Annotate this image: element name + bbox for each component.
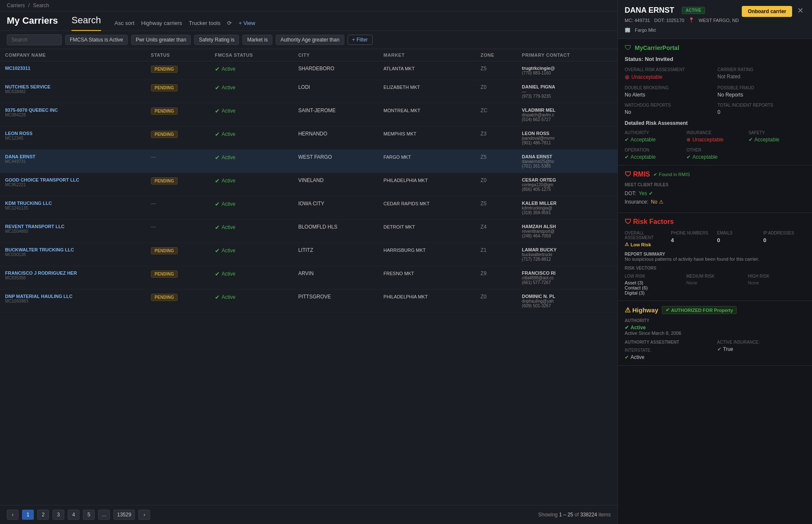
table-row[interactable]: KDM TRUCKING LLCMC1241135—✔ActiveIOWA CI… — [0, 196, 617, 220]
breadcrumb-search: Search — [33, 3, 49, 8]
status-badge: PENDING — [151, 177, 178, 185]
contact-phone: (319) 359-9591 — [522, 210, 612, 215]
hw-interstate-value: ✔ Active — [625, 354, 713, 360]
status-badge: PENDING — [151, 84, 178, 91]
rf-emails-value: 0 — [717, 237, 759, 243]
city-value: ARVIN — [298, 270, 313, 276]
pwr-filter-chip[interactable]: Pwr Units greater than — [131, 35, 191, 45]
low-risk-values: Asset (3)Contact (6)Digital (3) — [625, 280, 682, 295]
page-last-btn[interactable]: 13529 — [113, 510, 135, 520]
carrier-meta: MC: 449731 DOT: 1025170 📍 WEST FARGO, ND… — [625, 17, 742, 33]
page-range: 1 – 25 — [559, 512, 573, 518]
trucker-tools-btn[interactable]: Trucker tools — [189, 20, 221, 26]
search-input[interactable] — [7, 34, 62, 45]
cell-zone: Z5 — [475, 196, 517, 220]
cell-market: FRESNO MKT — [379, 266, 476, 290]
cell-fmcsa: ✔Active — [210, 173, 293, 196]
contact-phone: (901) 486-7811 — [522, 141, 612, 145]
authority-filter-chip[interactable]: Authority Age greater than — [276, 35, 344, 45]
mc-number: MC952221 — [5, 182, 141, 187]
medium-risk-label: MEDIUM RISK — [686, 274, 744, 279]
location-icon: 📍 — [689, 17, 694, 23]
table-row[interactable]: NUTCHIES SERVICEMC638482PENDING✔ActiveLO… — [0, 80, 617, 103]
cell-market: ATLANTA MKT — [379, 61, 476, 80]
carrier-mc: MC: 449731 — [625, 18, 650, 23]
carrier-rating-value: Not Rated — [718, 74, 806, 80]
breadcrumb-carriers[interactable]: Carriers — [7, 3, 25, 8]
rf-phones-item: PHONE NUMBERS 4 — [671, 231, 713, 247]
cell-contact: DANIEL PIGNA—(973) 779-9235 — [517, 80, 617, 103]
market-value: DETROIT MKT — [384, 224, 415, 229]
cell-market: FARGO MKT — [379, 150, 476, 173]
panel-header: DANA ERNST ACTIVE MC: 449731 DOT: 102517… — [618, 0, 812, 39]
market-value: FRESNO MKT — [384, 271, 414, 276]
risk-vectors-grid: LOW RISK Asset (3)Contact (6)Digital (3)… — [625, 274, 805, 295]
market-icon: 🏢 — [625, 27, 631, 33]
asc-sort-btn[interactable]: Asc sort — [115, 20, 134, 26]
cell-fmcsa: ✔Active — [210, 103, 293, 127]
page-2-btn[interactable]: 2 — [37, 510, 49, 520]
mc-number: MC449731 — [5, 159, 141, 164]
watchdog-item: WATCHDOG REPORTS No — [625, 103, 713, 115]
highway-carriers-btn[interactable]: Highway carriers — [141, 20, 182, 26]
next-page-btn[interactable]: › — [138, 510, 150, 520]
detailed-risk-section: Detailed Risk Assessment AUTHORITY ✔ Acc… — [625, 120, 805, 160]
page-4-btn[interactable]: 4 — [68, 510, 80, 520]
safety-filter-chip[interactable]: Safety Rating is — [194, 35, 239, 45]
contact-name: DANIEL PIGNA — [522, 84, 612, 89]
fmcsa-status: ✔Active — [215, 224, 288, 231]
cell-zone: Z1 — [475, 243, 517, 266]
status-badge: PENDING — [151, 270, 178, 278]
cell-zone: Z0 — [475, 290, 517, 313]
close-panel-btn[interactable]: ✕ — [796, 6, 805, 15]
table-row[interactable]: GOOD CHOICE TRANSPORT LLCMC952221PENDING… — [0, 173, 617, 196]
city-value: LODI — [298, 84, 310, 90]
risk-factors-icon: 🛡 — [625, 218, 631, 226]
hw-assess-label: AUTHORITY ASSESTMENT — [625, 340, 713, 345]
page-ellipsis-btn[interactable]: ... — [98, 510, 110, 520]
zone-value: Z4 — [480, 224, 486, 230]
fmcsa-status: ✔Active — [215, 154, 288, 161]
add-filter-btn[interactable]: + Filter — [348, 35, 373, 45]
onboard-carrier-btn[interactable]: Onboard carrier — [742, 6, 792, 17]
fmcsa-filter-chip[interactable]: FMCSA Status is Active — [65, 35, 128, 45]
contact-phone: (973) 779-9235 — [522, 94, 612, 99]
refresh-icon[interactable]: ⟳ — [227, 20, 232, 26]
medium-risk-vector: MEDIUM RISK None — [686, 274, 744, 295]
table-row[interactable]: MC1023311PENDING✔ActiveSHARDEBOROATLANTA… — [0, 61, 617, 80]
other-label: OTHER — [686, 148, 743, 152]
table-row[interactable]: FRANCISCO J RODRIGUEZ HERMC835356PENDING… — [0, 266, 617, 290]
cell-company: DANA ERNSTMC449731 — [0, 150, 146, 173]
page-1-btn[interactable]: 1 — [22, 510, 34, 520]
market-filter-chip[interactable]: Market is — [242, 35, 272, 45]
total-incident-item: TOTAL INCIDENT REPORTS 0 — [718, 103, 806, 115]
cell-contact: DOMINIC N. PLdnphauling@yah(609) 501-326… — [517, 290, 617, 313]
table-row[interactable]: 9375-6070 QUEBEC INCMC084228PENDING✔Acti… — [0, 103, 617, 127]
overall-risk-value: ⊗ Unacceptable — [625, 74, 713, 80]
authority-ok-icon: ✔ — [625, 137, 629, 143]
table-row[interactable]: REVENT TRANSPORT LLCMC1504880—✔ActiveBLO… — [0, 220, 617, 243]
table-row[interactable]: BUCKWALTER TRUCKING LLCMC030138PENDING✔A… — [0, 243, 617, 266]
cell-market: MEMPHIS MKT — [379, 127, 476, 150]
table-row[interactable]: LEON ROSSMC12345PENDING✔ActiveHERNANDOME… — [0, 127, 617, 150]
other-ok-icon: ✔ — [686, 154, 691, 160]
cell-city: HERNANDO — [293, 127, 379, 150]
fmcsa-value: Active — [222, 154, 236, 160]
fmcsa-check-icon: ✔ — [215, 84, 220, 91]
status-badge: PENDING — [151, 131, 178, 138]
table-row[interactable]: DANA ERNSTMC449731—✔ActiveWEST FARGOFARG… — [0, 150, 617, 173]
contact-name: LEON ROSS — [522, 131, 612, 136]
insurance-rule-label: Insurance: — [625, 199, 648, 205]
page-5-btn[interactable]: 5 — [83, 510, 95, 520]
prev-page-btn[interactable]: ‹ — [7, 510, 19, 520]
fmcsa-value: Active — [222, 131, 236, 137]
company-name: DNP MATERIAL HAULING LLC — [5, 294, 141, 299]
page-3-btn[interactable]: 3 — [52, 510, 64, 520]
view-btn[interactable]: + View — [239, 20, 255, 26]
col-contact: Primary Contact — [517, 49, 617, 61]
col-fmcsa: FMCSA Status — [210, 49, 293, 61]
table-row[interactable]: DNP MATERIAL HAULING LLCMC1093983PENDING… — [0, 290, 617, 313]
tab-search[interactable]: Search — [71, 15, 101, 31]
zone-value: ZC — [480, 108, 487, 113]
double-brokering-value: No Alerts — [625, 92, 713, 98]
